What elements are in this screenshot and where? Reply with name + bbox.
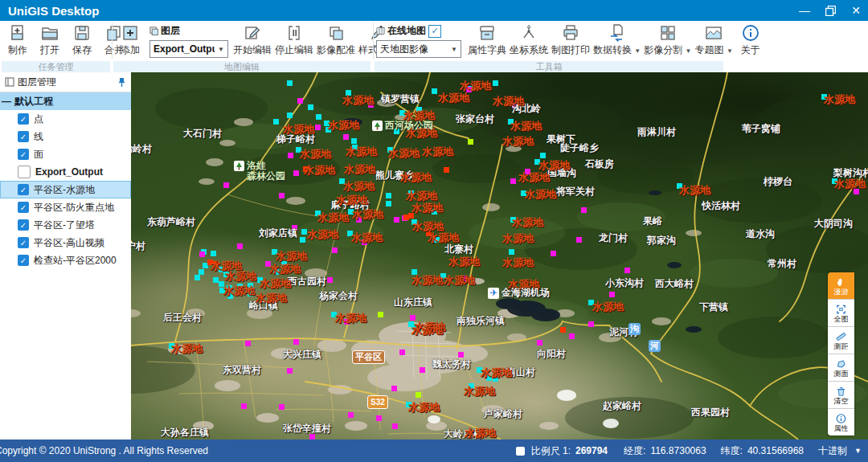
poi-marker[interactable]	[287, 112, 293, 118]
poi-marker[interactable]	[287, 368, 293, 374]
poi-marker[interactable]	[509, 249, 514, 255]
poi-marker[interactable]	[493, 80, 498, 86]
poi-marker[interactable]	[315, 125, 321, 130]
layer-checkbox[interactable]	[18, 166, 31, 178]
minimize-button[interactable]: —	[797, 0, 812, 21]
poi-marker[interactable]	[301, 229, 307, 235]
poi-marker[interactable]	[394, 217, 399, 223]
poi-marker[interactable]	[332, 247, 338, 253]
poi-marker[interactable]	[399, 350, 405, 355]
image-register-button[interactable]: 影像配准	[315, 22, 357, 57]
poi-marker[interactable]	[392, 423, 398, 429]
poi-marker[interactable]	[391, 386, 397, 391]
poi-marker[interactable]	[213, 277, 219, 283]
poi-marker[interactable]	[386, 201, 391, 206]
thematic-map-button[interactable]: 专题图 ▼	[694, 22, 735, 57]
poi-marker[interactable]	[279, 404, 285, 410]
layer-item-检查站-平谷区2000[interactable]: ✓ 检查站-平谷区2000	[0, 251, 131, 269]
poi-marker[interactable]	[308, 104, 313, 110]
layer-checkbox[interactable]: ✓	[18, 237, 29, 248]
restore-icon[interactable]	[823, 6, 837, 16]
layer-item-Export_Output[interactable]: Export_Output	[0, 163, 131, 181]
layer-item-平谷区-高山视频[interactable]: ✓ 平谷区-高山视频	[0, 234, 131, 251]
clear-tool[interactable]: 清空	[828, 382, 854, 409]
poi-marker[interactable]	[432, 88, 437, 94]
attribute-dict-button[interactable]: 属性字典	[466, 22, 508, 57]
poi-marker[interactable]	[279, 193, 285, 198]
layer-item-点[interactable]: ✓ 点	[0, 110, 131, 128]
poi-marker[interactable]	[288, 153, 293, 158]
poi-marker[interactable]	[199, 269, 204, 275]
layer-checkbox[interactable]: ✓	[18, 219, 29, 231]
poi-marker[interactable]	[316, 114, 321, 120]
create-button[interactable]: 制作	[2, 22, 34, 57]
poi-marker[interactable]	[348, 412, 354, 418]
poi-marker[interactable]	[241, 403, 247, 409]
layer-select[interactable]: Export_Output▼	[149, 40, 228, 58]
layer-checkbox[interactable]: ✓	[18, 255, 29, 266]
poi-marker[interactable]	[420, 367, 425, 373]
poi-marker[interactable]	[297, 98, 303, 104]
measure-distance-tool[interactable]: 测距	[828, 327, 854, 354]
poi-marker[interactable]	[343, 134, 349, 140]
poi-marker[interactable]	[327, 277, 333, 283]
poi-marker[interactable]	[223, 182, 229, 188]
close-button[interactable]: ✕	[849, 0, 863, 21]
poi-marker[interactable]	[551, 251, 556, 256]
layer-checkbox[interactable]: ✓	[18, 131, 29, 142]
poi-marker[interactable]	[293, 170, 299, 176]
layer-checkbox[interactable]: ✓	[18, 113, 29, 125]
map-print-button[interactable]: 制图打印	[550, 22, 592, 57]
poi-marker[interactable]	[376, 415, 382, 421]
full-extent-tool[interactable]: 全图	[828, 300, 854, 327]
poi-marker[interactable]	[211, 251, 216, 256]
poi-marker[interactable]	[537, 340, 542, 345]
save-button[interactable]: 保存	[66, 22, 98, 57]
attributes-tool[interactable]: 属性	[828, 409, 854, 435]
stop-edit-button[interactable]: 停止编辑	[273, 22, 315, 57]
poi-marker[interactable]	[569, 333, 575, 339]
about-button[interactable]: 关于	[735, 22, 767, 57]
pan-tool[interactable]: 漫游	[828, 272, 854, 300]
poi-marker[interactable]	[581, 207, 587, 213]
open-button[interactable]: 打开	[34, 22, 66, 57]
poi-marker[interactable]	[199, 251, 205, 257]
measure-area-tool[interactable]: 测面	[828, 354, 854, 382]
poi-marker[interactable]	[609, 292, 615, 297]
layer-checkbox[interactable]: ✓	[18, 149, 29, 160]
poi-marker[interactable]	[237, 243, 243, 249]
map-viewport[interactable]: 大石门村梯子峪村镇罗营镇张家台村沟北岭果树下陡子峪乡石板房国墙沟将军关村雨淋川村…	[131, 72, 868, 440]
poi-marker[interactable]	[444, 167, 449, 173]
online-map-checkbox[interactable]: ✓	[428, 25, 441, 38]
poi-marker[interactable]	[588, 321, 594, 327]
poi-marker[interactable]	[468, 139, 473, 145]
layer-checkbox[interactable]: ✓	[18, 184, 29, 195]
poi-marker[interactable]	[576, 237, 582, 243]
format-dropdown-caret[interactable]: ▼	[854, 440, 862, 462]
poi-marker[interactable]	[416, 392, 421, 398]
layer-checkbox[interactable]: ✓	[18, 202, 29, 213]
image-split-button[interactable]: 影像分割 ▼	[642, 22, 693, 57]
coordinate-system-button[interactable]: 坐标系统	[508, 22, 550, 57]
poi-marker[interactable]	[273, 119, 279, 125]
poi-marker[interactable]	[540, 153, 546, 158]
layer-item-线[interactable]: ✓ 线	[0, 128, 131, 145]
poi-marker[interactable]	[287, 80, 293, 86]
pin-icon[interactable]	[117, 77, 126, 88]
layer-item-面[interactable]: ✓ 面	[0, 145, 131, 163]
poi-marker[interactable]	[293, 339, 299, 345]
poi-marker[interactable]	[194, 275, 200, 280]
poi-marker[interactable]	[300, 237, 305, 243]
poi-marker[interactable]	[245, 341, 251, 346]
data-convert-button[interactable]: 数据转换 ▼	[592, 22, 642, 57]
start-edit-button[interactable]: 开始编辑	[231, 22, 273, 57]
poi-marker[interactable]	[560, 327, 566, 333]
layer-item-平谷区-水源地[interactable]: ✓ 平谷区-水源地	[0, 181, 131, 198]
poi-marker[interactable]	[378, 312, 383, 317]
add-layer-button[interactable]: 添加	[114, 22, 146, 57]
poi-marker[interactable]	[510, 178, 516, 184]
basemap-select[interactable]: 天地图影像▼	[376, 40, 461, 58]
project-root-node[interactable]: — 默认工程	[0, 92, 131, 110]
coordinate-format[interactable]: 十进制	[818, 444, 847, 458]
collapse-icon[interactable]: —	[2, 96, 11, 107]
